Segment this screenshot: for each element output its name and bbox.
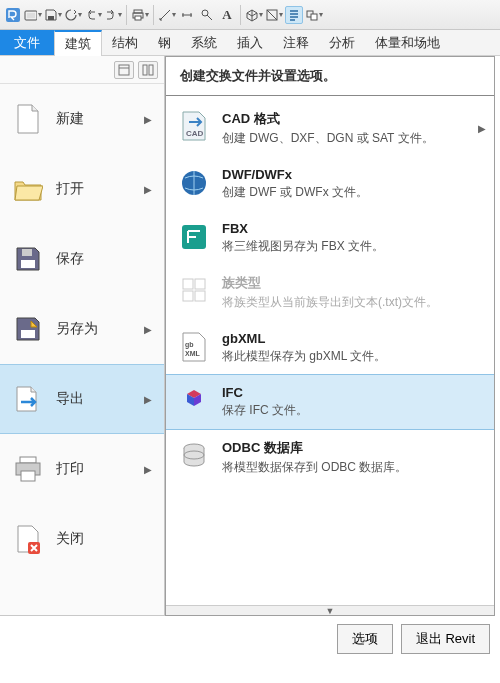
sidebar-item-label: 导出 xyxy=(56,390,132,408)
export-item-fbx[interactable]: FBX 将三维视图另存为 FBX 文件。 xyxy=(166,211,494,265)
text-icon[interactable]: A xyxy=(218,6,236,24)
open-folder-icon xyxy=(12,173,44,205)
chevron-right-icon: ▶ xyxy=(144,464,152,475)
sidebar-item-print[interactable]: 打印 ▶ xyxy=(0,434,164,504)
save-icon[interactable] xyxy=(44,6,62,24)
sidebar-item-save[interactable]: 保存 xyxy=(0,224,164,294)
app-logo-icon[interactable] xyxy=(4,6,22,24)
svg-rect-13 xyxy=(149,65,153,75)
svg-rect-19 xyxy=(21,471,35,481)
new-file-icon xyxy=(12,103,44,135)
export-item-desc: 创建 DWF 或 DWFx 文件。 xyxy=(222,184,482,201)
odbc-icon xyxy=(178,439,210,471)
sidebar-item-open[interactable]: 打开 ▶ xyxy=(0,154,164,224)
tab-massing[interactable]: 体量和场地 xyxy=(365,30,450,55)
export-item-ifc[interactable]: IFC 保存 IFC 文件。 xyxy=(166,374,494,430)
svg-rect-27 xyxy=(195,291,205,301)
export-icon xyxy=(12,383,44,415)
dimension-icon[interactable] xyxy=(178,6,196,24)
svg-rect-6 xyxy=(135,16,141,20)
sidebar-item-new[interactable]: 新建 ▶ xyxy=(0,84,164,154)
tab-file[interactable]: 文件 xyxy=(0,30,54,55)
sidebar-item-close[interactable]: 关闭 xyxy=(0,504,164,574)
svg-rect-14 xyxy=(21,260,35,268)
svg-text:XML: XML xyxy=(185,350,201,357)
sidebar-header xyxy=(0,56,164,84)
export-item-familytypes: 族类型 将族类型从当前族导出到文本(.txt)文件。 xyxy=(166,264,494,321)
fbx-icon xyxy=(178,221,210,253)
svg-rect-12 xyxy=(143,65,147,75)
properties-icon[interactable] xyxy=(285,6,303,24)
options-button[interactable]: 选项 xyxy=(337,624,393,654)
tab-structure[interactable]: 结构 xyxy=(102,30,148,55)
svg-rect-15 xyxy=(22,249,32,256)
export-item-title: IFC xyxy=(222,385,482,400)
export-item-desc: 将三维视图另存为 FBX 文件。 xyxy=(222,238,482,255)
tab-analyze[interactable]: 分析 xyxy=(319,30,365,55)
svg-rect-11 xyxy=(119,65,129,75)
tag-icon[interactable] xyxy=(198,6,216,24)
quick-access-toolbar: A xyxy=(0,0,500,30)
sync-icon[interactable] xyxy=(64,6,82,24)
chevron-right-icon: ▶ xyxy=(478,123,486,134)
svg-rect-26 xyxy=(183,291,193,301)
export-item-desc: 将模型数据保存到 ODBC 数据库。 xyxy=(222,459,482,476)
export-item-dwf[interactable]: DWF/DWFx 创建 DWF 或 DWFx 文件。 xyxy=(166,157,494,211)
svg-text:gb: gb xyxy=(185,341,194,349)
file-menu-footer: 选项 退出 Revit xyxy=(337,624,490,654)
exit-button[interactable]: 退出 Revit xyxy=(401,624,490,654)
sidebar-item-label: 打开 xyxy=(56,180,132,198)
ribbon-tabs: 文件 建筑 结构 钢 系统 插入 注释 分析 体量和场地 xyxy=(0,30,500,56)
tab-insert[interactable]: 插入 xyxy=(227,30,273,55)
tab-systems[interactable]: 系统 xyxy=(181,30,227,55)
svg-rect-2 xyxy=(27,13,35,18)
sidebar-item-label: 另存为 xyxy=(56,320,132,338)
print-file-icon xyxy=(12,453,44,485)
open-icon[interactable] xyxy=(24,6,42,24)
tab-annotate[interactable]: 注释 xyxy=(273,30,319,55)
tab-architecture[interactable]: 建筑 xyxy=(54,30,102,56)
submenu-list: CAD CAD 格式 创建 DWG、DXF、DGN 或 SAT 文件。 ▶ DW… xyxy=(166,96,494,605)
export-item-title: FBX xyxy=(222,221,482,236)
export-item-desc: 将族类型从当前族导出到文本(.txt)文件。 xyxy=(222,294,482,311)
recent-docs-icon[interactable] xyxy=(114,61,134,79)
saveas-icon xyxy=(12,313,44,345)
familytype-icon xyxy=(178,274,210,306)
export-item-title: DWF/DWFx xyxy=(222,167,482,182)
chevron-right-icon: ▶ xyxy=(144,114,152,125)
scroll-down-icon[interactable]: ▼ xyxy=(166,605,494,615)
svg-rect-10 xyxy=(311,14,317,20)
file-menu-panel: 新建 ▶ 打开 ▶ 保存 另存为 ▶ 导出 xyxy=(0,56,500,683)
gbxml-icon: gbXML xyxy=(178,331,210,363)
manage-links-icon[interactable] xyxy=(305,6,323,24)
sidebar-item-saveas[interactable]: 另存为 ▶ xyxy=(0,294,164,364)
measure-icon[interactable] xyxy=(158,6,176,24)
redo-icon[interactable] xyxy=(104,6,122,24)
sidebar-item-label: 新建 xyxy=(56,110,132,128)
export-item-desc: 创建 DWG、DXF、DGN 或 SAT 文件。 xyxy=(222,130,482,147)
svg-rect-3 xyxy=(48,16,54,20)
export-item-gbxml[interactable]: gbXML gbXML 将此模型保存为 gbXML 文件。 xyxy=(166,321,494,375)
section-icon[interactable] xyxy=(265,6,283,24)
ifc-icon xyxy=(178,385,210,417)
save-disk-icon xyxy=(12,243,44,275)
recent-places-icon[interactable] xyxy=(138,61,158,79)
export-submenu: 创建交换文件并设置选项。 CAD CAD 格式 创建 DWG、DXF、DGN 或… xyxy=(165,56,495,616)
svg-rect-16 xyxy=(21,330,35,338)
export-item-odbc[interactable]: ODBC 数据库 将模型数据保存到 ODBC 数据库。 xyxy=(166,429,494,486)
sidebar-item-export[interactable]: 导出 ▶ xyxy=(0,364,164,434)
tab-steel[interactable]: 钢 xyxy=(148,30,181,55)
chevron-right-icon: ▶ xyxy=(144,324,152,335)
3d-icon[interactable] xyxy=(245,6,263,24)
export-item-title: CAD 格式 xyxy=(222,110,482,128)
export-item-cad[interactable]: CAD CAD 格式 创建 DWG、DXF、DGN 或 SAT 文件。 ▶ xyxy=(166,100,494,157)
svg-rect-25 xyxy=(195,279,205,289)
undo-icon[interactable] xyxy=(84,6,102,24)
sidebar-item-label: 关闭 xyxy=(56,530,152,548)
export-item-title: gbXML xyxy=(222,331,482,346)
sidebar-item-label: 打印 xyxy=(56,460,132,478)
chevron-right-icon: ▶ xyxy=(144,184,152,195)
sidebar-item-label: 保存 xyxy=(56,250,152,268)
file-menu-sidebar: 新建 ▶ 打开 ▶ 保存 另存为 ▶ 导出 xyxy=(0,56,165,616)
print-icon[interactable] xyxy=(131,6,149,24)
